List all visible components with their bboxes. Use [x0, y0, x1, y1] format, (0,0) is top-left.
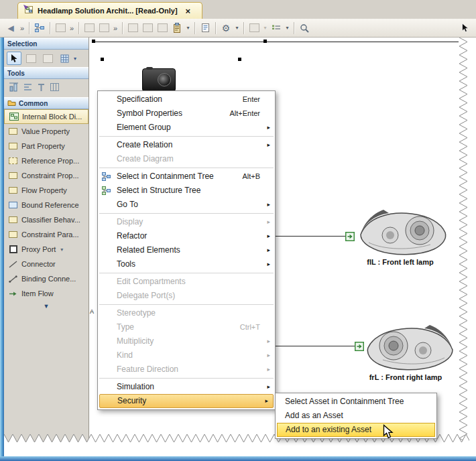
toolbar-separator: [215, 22, 216, 34]
tools-section-header[interactable]: Tools: [4, 67, 88, 79]
front-right-lamp-image[interactable]: [364, 323, 458, 373]
menu-item-go-to[interactable]: Go To ▸: [98, 198, 275, 212]
common-section-header[interactable]: Common: [4, 97, 88, 109]
containment-tree-icon[interactable]: [33, 21, 46, 35]
layout-tool-icon[interactable]: [9, 82, 19, 94]
camera-part-image[interactable]: [142, 68, 176, 92]
gear-dropdown-icon[interactable]: ▾: [234, 21, 240, 35]
palette-item-internal-block-diagram[interactable]: Internal Block Di...: [4, 109, 88, 124]
overflow-chevron-icon[interactable]: »: [112, 21, 119, 35]
list-view-icon[interactable]: [270, 21, 283, 35]
menu-item-label: Tools: [117, 257, 135, 271]
search-icon[interactable]: [298, 21, 311, 35]
selection-handle[interactable]: [263, 40, 267, 43]
menu-item-display[interactable]: Display ▸: [98, 215, 275, 229]
selection-handle[interactable]: [92, 40, 95, 43]
menu-item-feature-direction[interactable]: Feature Direction ▸: [98, 363, 275, 377]
swimlane-tool-icon[interactable]: [50, 82, 60, 94]
constraint-parameter-icon: [8, 231, 18, 238]
palette-item-flow-property[interactable]: Flow Property: [4, 183, 88, 198]
submenu-item-add-as-an-asset[interactable]: Add as an Asset: [277, 409, 435, 423]
text-tool-icon[interactable]: [37, 82, 46, 94]
selection-handle[interactable]: [238, 58, 241, 61]
menu-item-select-in-containment-tree[interactable]: Select in Containment Tree Alt+B: [98, 170, 275, 184]
menu-item-refactor[interactable]: Refactor ▸: [98, 229, 275, 243]
resize-icon[interactable]: [82, 21, 96, 35]
menu-item-multiplicity[interactable]: Multiplicity ▸: [98, 334, 275, 348]
grid-dropdown-icon[interactable]: ▾: [262, 21, 268, 35]
proxy-port-right-lamp[interactable]: [355, 342, 364, 351]
connector-icon: [8, 261, 18, 268]
palette-item-value-property[interactable]: Value Property: [4, 124, 88, 139]
list-dropdown-icon[interactable]: ▾: [284, 21, 290, 35]
clipboard-dropdown-icon[interactable]: ▾: [185, 21, 191, 35]
toolbar-separator: [243, 22, 244, 34]
palette-item-binding-connector[interactable]: Binding Conne...: [4, 271, 88, 286]
menu-item-symbol-properties[interactable]: Symbol Properties Alt+Enter: [98, 107, 275, 121]
tab-close-icon[interactable]: ×: [186, 7, 191, 15]
pointer-tool-icon[interactable]: [459, 21, 472, 35]
menu-item-label: Type: [117, 320, 134, 334]
palette-item-reference-property[interactable]: Reference Prop...: [4, 153, 88, 168]
clipboard-icon[interactable]: [170, 21, 184, 35]
palette-item-constraint-property[interactable]: Constraint Prop...: [4, 168, 88, 183]
camera-knob: [146, 67, 153, 70]
menu-item-kind[interactable]: Kind ▸: [98, 348, 275, 363]
menu-item-related-elements[interactable]: Related Elements ▸: [98, 243, 275, 257]
palette-item-connector[interactable]: Connector: [4, 257, 88, 271]
front-left-lamp-label[interactable]: flL : Front left lamp: [343, 258, 457, 266]
select-dropdown-icon[interactable]: ▾: [74, 56, 80, 62]
gear-icon[interactable]: ⚙: [219, 21, 233, 35]
diagram-tab[interactable]: Headlamp Solution Archit... [Read-Only] …: [17, 2, 202, 19]
menu-item-type[interactable]: Type Ctrl+T: [98, 320, 275, 334]
menu-item-label: Select in Containment Tree: [117, 170, 214, 184]
multi-select-button[interactable]: [23, 52, 38, 65]
palette-item-item-flow[interactable]: Item Flow: [4, 286, 88, 301]
menu-item-tools[interactable]: Tools ▸: [98, 257, 275, 271]
paste-icon[interactable]: [156, 21, 169, 35]
menu-item-simulation[interactable]: Simulation ▸: [98, 380, 275, 394]
menu-item-specification[interactable]: Specification Enter: [98, 92, 275, 107]
menu-item-edit-compartments[interactable]: Edit Compartments: [98, 275, 275, 289]
selection-section-header[interactable]: Selection: [4, 38, 88, 50]
proxy-port-left-lamp[interactable]: [345, 232, 355, 241]
toolbar-separator: [122, 22, 123, 34]
palette-item-constraint-parameter[interactable]: Constraint Para...: [4, 227, 88, 242]
selection-handle[interactable]: [101, 58, 104, 61]
menu-item-element-group[interactable]: Element Group ▸: [98, 121, 275, 135]
palette-item-proxy-port[interactable]: Proxy Port ▾: [4, 242, 88, 257]
front-right-lamp-label[interactable]: frL : Front right lamp: [349, 373, 463, 381]
overflow-chevron-icon[interactable]: »: [19, 21, 25, 35]
overflow-chevron-icon[interactable]: »: [68, 21, 75, 35]
grid-select-button[interactable]: [57, 52, 72, 65]
window-edge-bottom: [0, 456, 476, 461]
connector-line-right-lamp[interactable]: [276, 346, 355, 346]
submenu-item-add-to-an-existing-asset[interactable]: Add to an existing Asset: [277, 423, 435, 437]
report-icon[interactable]: [198, 21, 212, 35]
connector-line-left-lamp[interactable]: [276, 236, 345, 237]
proxy-port-dropdown-icon[interactable]: ▾: [60, 247, 63, 253]
palette-item-bound-reference[interactable]: Bound Reference: [4, 198, 88, 212]
menu-item-create-diagram[interactable]: Create Diagram: [98, 152, 275, 166]
menu-item-security[interactable]: Security ▸: [99, 394, 274, 408]
menu-item-stereotype[interactable]: Stereotype: [98, 306, 275, 320]
front-left-lamp-image[interactable]: [355, 208, 449, 258]
menu-item-label: Simulation: [117, 380, 154, 394]
align-icon[interactable]: [54, 21, 67, 35]
menu-item-delegate-ports[interactable]: Delegate Port(s): [98, 289, 275, 303]
distribute-icon[interactable]: [97, 21, 111, 35]
palette-item-part-property[interactable]: Part Property: [4, 139, 88, 153]
pointer-select-button[interactable]: [7, 52, 21, 65]
menu-item-create-relation[interactable]: Create Relation ▸: [98, 138, 275, 152]
align-tool-icon[interactable]: [23, 82, 33, 94]
back-icon[interactable]: ◀: [4, 21, 17, 35]
value-property-icon: [8, 128, 18, 135]
palette-item-label: Binding Conne...: [21, 275, 76, 283]
grid-icon[interactable]: [247, 21, 261, 35]
lasso-select-button[interactable]: [40, 52, 55, 65]
menu-item-select-in-structure-tree[interactable]: Select in Structure Tree: [98, 184, 275, 198]
submenu-item-select-asset-in-containment-tree[interactable]: Select Asset in Containment Tree: [277, 395, 435, 409]
palette-item-classifier-behavior[interactable]: Classifier Behav...: [4, 212, 88, 227]
copy-icon[interactable]: [126, 21, 139, 35]
cut-icon[interactable]: [141, 21, 154, 35]
